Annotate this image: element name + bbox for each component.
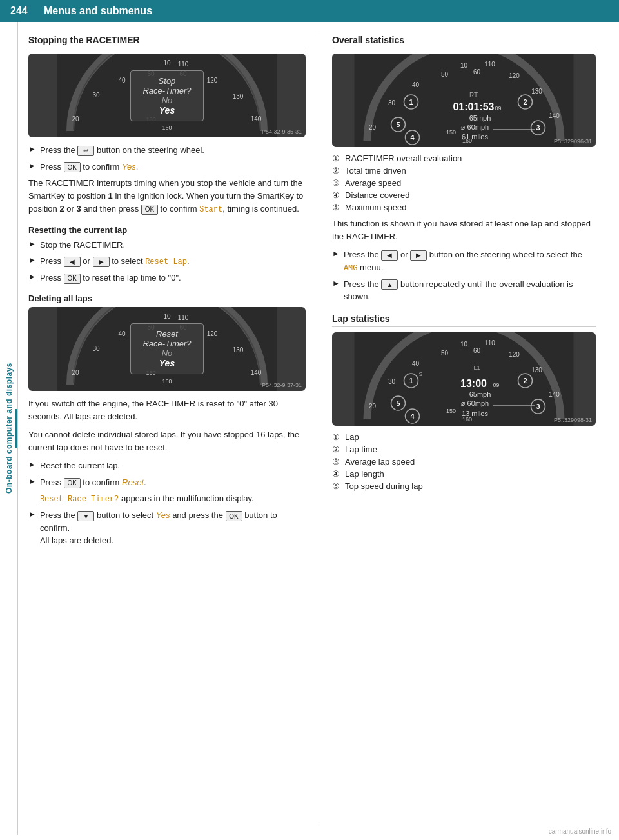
gauge-reset-no: No [142, 348, 191, 358]
btn-back: ↩ [77, 146, 94, 156]
svg-text:10: 10 [163, 59, 171, 66]
bullet-press-down-yes: ► Press the ▼ button to select Yes and p… [28, 509, 306, 547]
btn-ok-4: OK [64, 478, 81, 488]
svg-text:140: 140 [251, 115, 262, 123]
gauge-stop-racetimer: 20 30 40 50 60 110 120 130 140 10 150 16… [28, 54, 306, 137]
btn-left-r1: ◀ [381, 250, 398, 261]
gauge-stop-no: No [142, 95, 191, 105]
gauge-stop-menu: Stop Race-Timer? No Yes [130, 70, 203, 121]
svg-text:09: 09 [493, 382, 500, 388]
section-stopping: Stopping the RACETIMER 20 30 40 50 [28, 35, 306, 216]
bullet-arrow-7: ► [28, 477, 36, 486]
highlight-reset: Reset [122, 477, 144, 487]
bullet-press-arrows-amg: ► Press the ◀ or ▶ button on the steerin… [332, 248, 596, 274]
overall-item-2-text: Total time driven [345, 166, 406, 175]
page-body: On-board computer and displays Stopping … [0, 22, 619, 835]
overall-item-4-text: Distance covered [345, 190, 409, 200]
svg-text:65mph: 65mph [469, 114, 491, 122]
svg-text:160: 160 [162, 125, 172, 131]
watermark: carmanualsonline.info [549, 828, 611, 835]
svg-text:4: 4 [410, 412, 415, 420]
bullet-text-6: Reset the current lap. [40, 459, 120, 472]
page-title: Menus and submenus [44, 5, 152, 17]
lap-item-2: ② Lap time [332, 445, 596, 454]
section-delete-title: Deleting all laps [28, 294, 306, 303]
svg-text:5: 5 [396, 121, 400, 128]
svg-text:20: 20 [72, 369, 79, 376]
svg-text:160: 160 [162, 378, 172, 385]
bullet-press-back: ► Press the ↩ button on the steering whe… [28, 144, 306, 157]
bullet-reset-current: ► Reset the current lap. [28, 459, 306, 472]
bullet-text-5: Press OK to reset the lap time to "0". [40, 272, 181, 285]
bullet-arrow-2: ► [28, 161, 36, 170]
lap-badge-2: ② [332, 445, 340, 454]
lap-item-3-text: Average lap speed [345, 457, 415, 466]
svg-text:13:00: 13:00 [460, 378, 487, 389]
overall-item-1: ① RACETIMER overall evaluation [332, 154, 596, 163]
section-overall-title: Overall statistics [332, 35, 596, 48]
badge-3: ③ [332, 178, 340, 188]
svg-text:40: 40 [118, 330, 126, 337]
svg-text:40: 40 [412, 81, 420, 88]
para-engine-off: If you switch off the engine, the RACETI… [28, 397, 306, 423]
svg-text:30: 30 [92, 345, 100, 352]
btn-ok-2: OK [141, 205, 158, 215]
para-racetimer-interrupt: The RACETIMER interrupts timing when you… [28, 177, 306, 216]
bullet-press-arrows-reset: ► Press ◀ or ▶ to select Reset Lap. [28, 255, 306, 268]
page-number: 244 [10, 5, 34, 17]
bullet-text-r1: Press the ◀ or ▶ button on the steering … [344, 248, 596, 274]
gauge-overall-stats: 20 30 40 50 60 110 120 130 140 10 150 16… [332, 54, 596, 147]
bullet-arrow-r1: ► [332, 249, 340, 258]
svg-text:130: 130 [531, 88, 542, 95]
badge-2: ② [332, 166, 340, 175]
highlight-reset-race-timer: Reset Race Timer? [40, 495, 119, 504]
svg-text:3: 3 [536, 124, 540, 132]
gauge-reset-racetimer: 20 30 40 50 60 110 120 130 140 10 150 16… [28, 307, 306, 391]
right-column: Overall statistics 20 30 40 50 60 110 12… [319, 35, 596, 825]
highlight-amg: AMG [344, 264, 358, 273]
lap-badge-1: ① [332, 432, 340, 442]
btn-ok-1: OK [64, 162, 81, 172]
overall-item-5: ⑤ Maximum speed [332, 203, 596, 212]
gauge-lap-stats: 20 30 40 50 60 110 120 130 140 10 150 16… [332, 332, 596, 426]
overall-item-1-text: RACETIMER overall evaluation [345, 154, 462, 163]
bullet-arrow-3: ► [28, 239, 36, 248]
sidebar-label: On-board computer and displays [5, 363, 14, 494]
svg-text:110: 110 [178, 314, 189, 321]
bullet-text-7: Press OK to confirm Reset. [40, 476, 146, 489]
badge-1: ① [332, 154, 340, 163]
svg-text:S: S [418, 371, 422, 377]
bullet-arrow-1: ► [28, 145, 36, 154]
bullet-arrow-4: ► [28, 255, 36, 265]
bullet-text-4: Press ◀ or ▶ to select Reset Lap. [40, 255, 190, 268]
svg-text:150: 150 [446, 129, 456, 135]
overall-numbered-list: ① RACETIMER overall evaluation ② Total t… [332, 154, 596, 212]
overall-item-2: ② Total time driven [332, 166, 596, 175]
sidebar: On-board computer and displays [0, 22, 18, 835]
overall-item-3: ③ Average speed [332, 178, 596, 188]
svg-text:140: 140 [549, 112, 560, 119]
badge-4: ④ [332, 190, 340, 200]
highlight-yes-2: Yes [156, 510, 170, 520]
section-overall-stats: Overall statistics 20 30 40 50 60 110 12… [332, 35, 596, 303]
btn-ok-5: OK [226, 511, 242, 521]
gauge-overall-code: P5..329096-31 [554, 138, 592, 145]
gauge-reset-title-txt: Reset [142, 329, 191, 339]
svg-text:65mph: 65mph [469, 390, 491, 398]
bullet-reset-race-timer-appears: ► Reset Race Timer? appears in the multi… [28, 492, 306, 505]
lap-badge-5: ⑤ [332, 481, 340, 491]
overall-item-4: ④ Distance covered [332, 190, 596, 200]
svg-text:30: 30 [388, 99, 396, 106]
svg-text:4: 4 [410, 134, 415, 141]
svg-text:09: 09 [495, 105, 502, 112]
svg-text:1: 1 [409, 377, 413, 385]
gauge-reset-menu: Reset Race-Timer? No Yes [130, 323, 203, 374]
svg-text:10: 10 [460, 341, 468, 348]
btn-right-1: ▶ [93, 257, 110, 267]
gauge-stop-overlay: Stop Race-Timer? No Yes [130, 70, 203, 121]
para-function-shown: This function is shown if you have store… [332, 217, 596, 243]
bullet-text-3: Stop the RACETIMER. [40, 239, 125, 252]
highlight-reset-lap: Reset Lap [145, 257, 187, 266]
bullet-press-ok-yes: ► Press OK to confirm Yes. [28, 161, 306, 174]
lap-item-1-text: Lap [345, 432, 359, 442]
